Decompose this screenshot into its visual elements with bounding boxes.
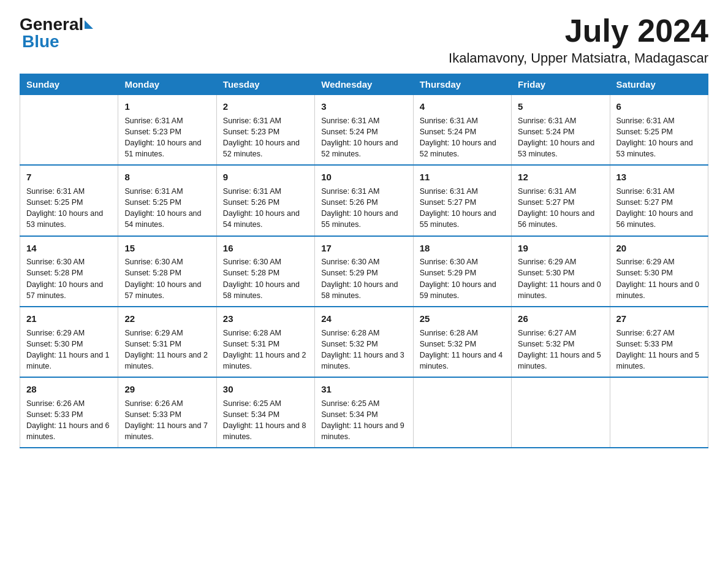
calendar-week-5: 28Sunrise: 6:26 AMSunset: 5:33 PMDayligh… [20, 377, 708, 448]
calendar-cell: 26Sunrise: 6:27 AMSunset: 5:32 PMDayligh… [512, 307, 610, 377]
calendar-header-row: SundayMondayTuesdayWednesdayThursdayFrid… [20, 74, 708, 95]
calendar-cell [413, 377, 511, 448]
day-number: 30 [223, 383, 308, 396]
sun-info: Sunrise: 6:31 AMSunset: 5:23 PMDaylight:… [124, 115, 210, 160]
calendar-cell [512, 377, 610, 448]
calendar-cell: 30Sunrise: 6:25 AMSunset: 5:34 PMDayligh… [216, 377, 314, 448]
day-number: 27 [616, 312, 702, 326]
calendar-cell: 1Sunrise: 6:31 AMSunset: 5:23 PMDaylight… [118, 95, 216, 166]
day-number: 6 [616, 100, 702, 113]
sun-info: Sunrise: 6:25 AMSunset: 5:34 PMDaylight:… [223, 398, 308, 443]
calendar-cell: 5Sunrise: 6:31 AMSunset: 5:24 PMDaylight… [512, 95, 610, 166]
day-number: 3 [321, 100, 406, 113]
sun-info: Sunrise: 6:31 AMSunset: 5:27 PMDaylight:… [518, 186, 603, 231]
day-number: 16 [223, 242, 308, 255]
calendar-week-4: 21Sunrise: 6:29 AMSunset: 5:30 PMDayligh… [20, 307, 708, 377]
day-number: 7 [26, 170, 112, 184]
calendar-header-monday: Monday [118, 74, 216, 95]
day-number: 10 [321, 170, 406, 184]
calendar-cell: 21Sunrise: 6:29 AMSunset: 5:30 PMDayligh… [20, 307, 118, 377]
calendar-cell: 20Sunrise: 6:29 AMSunset: 5:30 PMDayligh… [610, 236, 708, 307]
day-number: 26 [518, 312, 603, 326]
calendar-header-sunday: Sunday [20, 74, 118, 95]
sun-info: Sunrise: 6:31 AMSunset: 5:23 PMDaylight:… [223, 115, 308, 160]
sun-info: Sunrise: 6:31 AMSunset: 5:26 PMDaylight:… [321, 186, 406, 231]
calendar-cell: 15Sunrise: 6:30 AMSunset: 5:28 PMDayligh… [118, 236, 216, 307]
sun-info: Sunrise: 6:26 AMSunset: 5:33 PMDaylight:… [124, 398, 210, 443]
calendar-cell: 14Sunrise: 6:30 AMSunset: 5:28 PMDayligh… [20, 236, 118, 307]
sun-info: Sunrise: 6:31 AMSunset: 5:25 PMDaylight:… [616, 115, 702, 160]
calendar-cell: 10Sunrise: 6:31 AMSunset: 5:26 PMDayligh… [315, 165, 413, 236]
sun-info: Sunrise: 6:29 AMSunset: 5:30 PMDaylight:… [616, 256, 702, 301]
calendar-table: SundayMondayTuesdayWednesdayThursdayFrid… [20, 74, 708, 448]
sun-info: Sunrise: 6:30 AMSunset: 5:28 PMDaylight:… [26, 256, 112, 301]
logo-blue-text: Blue [22, 32, 59, 51]
day-number: 19 [518, 242, 603, 255]
sun-info: Sunrise: 6:29 AMSunset: 5:31 PMDaylight:… [124, 327, 210, 372]
calendar-cell: 8Sunrise: 6:31 AMSunset: 5:25 PMDaylight… [118, 165, 216, 236]
calendar-week-1: 1Sunrise: 6:31 AMSunset: 5:23 PMDaylight… [20, 95, 708, 166]
calendar-cell: 2Sunrise: 6:31 AMSunset: 5:23 PMDaylight… [216, 95, 314, 166]
calendar-cell: 25Sunrise: 6:28 AMSunset: 5:32 PMDayligh… [413, 307, 511, 377]
calendar-cell: 29Sunrise: 6:26 AMSunset: 5:33 PMDayligh… [118, 377, 216, 448]
sun-info: Sunrise: 6:31 AMSunset: 5:27 PMDaylight:… [616, 186, 702, 231]
day-number: 1 [124, 100, 210, 113]
calendar-cell: 23Sunrise: 6:28 AMSunset: 5:31 PMDayligh… [216, 307, 314, 377]
calendar-header-friday: Friday [512, 74, 610, 95]
page-header: General Blue July 2024 Ikalamavony, Uppe… [20, 15, 708, 66]
day-number: 18 [420, 242, 505, 255]
calendar-cell: 27Sunrise: 6:27 AMSunset: 5:33 PMDayligh… [610, 307, 708, 377]
day-number: 11 [420, 170, 505, 184]
sun-info: Sunrise: 6:31 AMSunset: 5:24 PMDaylight:… [321, 115, 406, 160]
day-number: 20 [616, 242, 702, 255]
sun-info: Sunrise: 6:30 AMSunset: 5:28 PMDaylight:… [124, 256, 210, 301]
sun-info: Sunrise: 6:30 AMSunset: 5:29 PMDaylight:… [420, 256, 505, 301]
day-number: 15 [124, 242, 210, 255]
calendar-cell: 22Sunrise: 6:29 AMSunset: 5:31 PMDayligh… [118, 307, 216, 377]
sun-info: Sunrise: 6:27 AMSunset: 5:33 PMDaylight:… [616, 327, 702, 372]
sun-info: Sunrise: 6:30 AMSunset: 5:29 PMDaylight:… [321, 256, 406, 301]
day-number: 13 [616, 170, 702, 184]
location-title: Ikalamavony, Upper Matsiatra, Madagascar [449, 50, 708, 66]
day-number: 21 [26, 312, 112, 326]
day-number: 25 [420, 312, 505, 326]
calendar-cell [20, 95, 118, 166]
sun-info: Sunrise: 6:25 AMSunset: 5:34 PMDaylight:… [321, 398, 406, 443]
calendar-cell: 31Sunrise: 6:25 AMSunset: 5:34 PMDayligh… [315, 377, 413, 448]
sun-info: Sunrise: 6:27 AMSunset: 5:32 PMDaylight:… [518, 327, 603, 372]
calendar-cell: 28Sunrise: 6:26 AMSunset: 5:33 PMDayligh… [20, 377, 118, 448]
day-number: 12 [518, 170, 603, 184]
sun-info: Sunrise: 6:26 AMSunset: 5:33 PMDaylight:… [26, 398, 112, 443]
day-number: 23 [223, 312, 308, 326]
sun-info: Sunrise: 6:31 AMSunset: 5:27 PMDaylight:… [420, 186, 505, 231]
day-number: 14 [26, 242, 112, 255]
calendar-week-2: 7Sunrise: 6:31 AMSunset: 5:25 PMDaylight… [20, 165, 708, 236]
calendar-cell: 17Sunrise: 6:30 AMSunset: 5:29 PMDayligh… [315, 236, 413, 307]
calendar-header-tuesday: Tuesday [216, 74, 314, 95]
day-number: 8 [124, 170, 210, 184]
calendar-cell: 16Sunrise: 6:30 AMSunset: 5:28 PMDayligh… [216, 236, 314, 307]
month-title: July 2024 [449, 15, 708, 47]
calendar-cell [610, 377, 708, 448]
calendar-week-3: 14Sunrise: 6:30 AMSunset: 5:28 PMDayligh… [20, 236, 708, 307]
calendar-cell: 19Sunrise: 6:29 AMSunset: 5:30 PMDayligh… [512, 236, 610, 307]
day-number: 9 [223, 170, 308, 184]
calendar-cell: 24Sunrise: 6:28 AMSunset: 5:32 PMDayligh… [315, 307, 413, 377]
calendar-cell: 7Sunrise: 6:31 AMSunset: 5:25 PMDaylight… [20, 165, 118, 236]
day-number: 4 [420, 100, 505, 113]
day-number: 31 [321, 383, 406, 396]
sun-info: Sunrise: 6:31 AMSunset: 5:25 PMDaylight:… [26, 186, 112, 231]
calendar-cell: 6Sunrise: 6:31 AMSunset: 5:25 PMDaylight… [610, 95, 708, 166]
sun-info: Sunrise: 6:31 AMSunset: 5:26 PMDaylight:… [223, 186, 308, 231]
calendar-header-wednesday: Wednesday [315, 74, 413, 95]
sun-info: Sunrise: 6:30 AMSunset: 5:28 PMDaylight:… [223, 256, 308, 301]
sun-info: Sunrise: 6:28 AMSunset: 5:32 PMDaylight:… [321, 327, 406, 372]
logo: General Blue [20, 15, 94, 52]
calendar-header-saturday: Saturday [610, 74, 708, 95]
day-number: 22 [124, 312, 210, 326]
sun-info: Sunrise: 6:29 AMSunset: 5:30 PMDaylight:… [518, 256, 603, 301]
calendar-cell: 12Sunrise: 6:31 AMSunset: 5:27 PMDayligh… [512, 165, 610, 236]
calendar-cell: 13Sunrise: 6:31 AMSunset: 5:27 PMDayligh… [610, 165, 708, 236]
title-section: July 2024 Ikalamavony, Upper Matsiatra, … [449, 15, 708, 66]
sun-info: Sunrise: 6:31 AMSunset: 5:24 PMDaylight:… [420, 115, 505, 160]
